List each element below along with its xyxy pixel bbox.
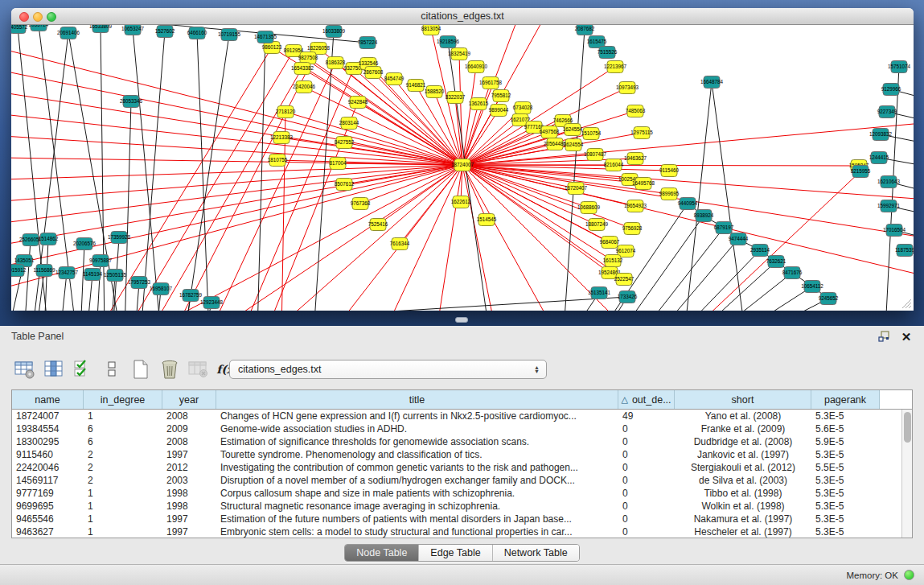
tab-node-table[interactable]: Node Table xyxy=(345,545,418,561)
graph-node[interactable]: 1362615 xyxy=(469,98,489,110)
graph-node[interactable]: 7616344 xyxy=(390,238,410,250)
graph-node[interactable]: 16543382 xyxy=(291,63,314,75)
table-row[interactable]: 1830029562008Estimation of significance … xyxy=(12,435,912,448)
graph-node[interactable]: 8427552 xyxy=(335,137,355,149)
graph-node[interactable]: 19654923 xyxy=(624,200,647,212)
column-header-title[interactable]: title xyxy=(216,390,618,409)
graph-node[interactable]: 7857224 xyxy=(358,37,378,49)
graph-node[interactable]: 8186328 xyxy=(326,57,346,69)
graph-node[interactable]: 16782759 xyxy=(179,290,203,302)
graph-node[interactable]: 1624554 xyxy=(563,124,583,136)
citation-edge-black[interactable] xyxy=(24,240,31,311)
graph-node[interactable]: 16033809 xyxy=(322,26,346,38)
delete-column-icon[interactable] xyxy=(187,357,211,381)
network-canvas[interactable]: 1872400798601238912954182260589827508165… xyxy=(11,25,914,311)
graph-node[interactable]: 18807249 xyxy=(585,219,609,231)
graph-node[interactable]: 16961758 xyxy=(479,77,503,89)
graph-node[interactable]: 18724007 xyxy=(451,159,474,171)
citation-edge-black[interactable] xyxy=(197,33,209,311)
graph-node[interactable]: 6466160 xyxy=(187,27,207,39)
citation-edge-black[interactable] xyxy=(684,262,776,311)
graph-node[interactable]: 8813054 xyxy=(421,25,441,35)
graph-node[interactable]: 817004 xyxy=(329,158,347,170)
graph-node[interactable]: 17957253 xyxy=(128,277,151,289)
graph-node[interactable]: 8471676 xyxy=(782,267,803,279)
column-header-pagerank[interactable]: pagerank xyxy=(811,390,880,409)
graph-node[interactable]: 1622612 xyxy=(451,196,471,208)
graph-node[interactable]: 16640910 xyxy=(465,61,488,73)
graph-node[interactable]: 16533809 xyxy=(89,25,113,33)
graph-node[interactable]: 28053346 xyxy=(120,96,143,108)
graph-node[interactable]: 8215955 xyxy=(851,166,871,178)
table-row[interactable]: 969969511998Structural magnetic resonanc… xyxy=(12,500,912,513)
citation-edge-red[interactable] xyxy=(11,133,462,165)
close-panel-icon[interactable]: ✕ xyxy=(898,329,914,344)
graph-node[interactable]: 1510754 xyxy=(581,128,602,140)
column-header-name[interactable]: name xyxy=(12,390,84,409)
citation-edge-red[interactable] xyxy=(11,165,462,181)
graph-node[interactable]: 16958107 xyxy=(150,283,173,295)
citation-edge-red[interactable] xyxy=(462,67,476,165)
graph-node[interactable]: 9115460 xyxy=(659,165,680,177)
graph-node[interactable]: 12923448 xyxy=(200,297,224,309)
graph-node[interactable]: 18325419 xyxy=(448,48,471,60)
citation-edge-black[interactable] xyxy=(684,82,712,311)
resize-grip-icon[interactable] xyxy=(899,296,912,309)
column-header-short[interactable]: short xyxy=(675,390,811,409)
table-row[interactable]: 977716911998Corpus callosum shape and si… xyxy=(12,487,912,500)
graph-node[interactable]: 2867608 xyxy=(363,67,384,79)
graph-node[interactable]: 10654112 xyxy=(801,281,823,293)
graph-node[interactable]: 1810755 xyxy=(268,154,288,167)
vertical-scrollbar[interactable] xyxy=(901,410,912,538)
graph-node[interactable]: 9899695 xyxy=(659,188,680,200)
select-columns-icon[interactable] xyxy=(71,357,95,381)
show-columns-icon[interactable] xyxy=(42,357,66,381)
graph-node[interactable]: 3624554 xyxy=(564,139,584,151)
graph-node[interactable]: 6879197 xyxy=(714,222,734,234)
graph-node[interactable]: 10688609 xyxy=(577,202,601,214)
graph-node[interactable]: 1244415 xyxy=(869,152,889,164)
memory-ok-indicator[interactable] xyxy=(904,570,914,580)
close-traffic-light[interactable] xyxy=(19,12,29,22)
split-pane-handle[interactable] xyxy=(455,317,468,323)
graph-node[interactable]: 9242848 xyxy=(348,97,368,109)
graph-node[interactable]: 1527602 xyxy=(155,26,175,38)
graph-node[interactable]: 12213967 xyxy=(604,61,627,73)
scrollbar-thumb[interactable] xyxy=(904,412,911,443)
float-panel-icon[interactable] xyxy=(876,329,892,344)
graph-node[interactable]: 20206576 xyxy=(73,238,97,250)
graph-node[interactable]: 8322037 xyxy=(446,92,466,104)
graph-node[interactable]: 9245652 xyxy=(819,293,839,305)
graph-node[interactable]: 2087682 xyxy=(575,25,595,35)
graph-node[interactable]: 19218596 xyxy=(437,36,460,48)
graph-node[interactable]: 14671355 xyxy=(254,31,277,43)
graph-node[interactable]: 6497568 xyxy=(540,126,560,138)
graph-node[interactable]: 1514862 xyxy=(39,233,59,245)
citation-edge-black[interactable] xyxy=(720,286,812,311)
graph-node[interactable]: 7515526 xyxy=(598,47,618,59)
table-row[interactable]: 1456911722003Disruption of a novel membe… xyxy=(12,474,912,487)
column-header-year[interactable]: year xyxy=(162,390,216,409)
graph-node[interactable]: 2055724 xyxy=(29,25,49,31)
citation-edge-red[interactable] xyxy=(462,165,914,201)
citation-edge-red[interactable] xyxy=(462,165,859,166)
graph-node[interactable]: 90975887 xyxy=(89,255,113,267)
graph-node[interactable]: 12093832 xyxy=(869,129,893,141)
graph-node[interactable]: 17359928 xyxy=(108,232,131,244)
graph-node[interactable]: 8507612 xyxy=(335,179,355,191)
graph-node[interactable]: 1588520 xyxy=(425,86,445,98)
citation-edge-red[interactable] xyxy=(11,165,462,205)
column-header-out-de-[interactable]: △out_de... xyxy=(618,390,675,409)
citation-edge-red[interactable] xyxy=(378,165,462,311)
new-table-icon[interactable] xyxy=(129,357,153,381)
graph-node[interactable]: 12342757 xyxy=(55,267,79,279)
citation-edge-red[interactable] xyxy=(209,63,335,311)
graph-node[interactable]: 12975115 xyxy=(630,127,653,139)
graph-node[interactable]: 17016504 xyxy=(883,225,906,237)
table-row[interactable]: 1872400712008Changes of HCN gene express… xyxy=(12,410,912,422)
graph-node[interactable]: 9440954 xyxy=(678,198,698,210)
table-row[interactable]: 946362711997Embryonic stem cells: a mode… xyxy=(12,525,912,538)
graph-node[interactable]: 22420046 xyxy=(293,81,316,93)
graph-node[interactable]: 16648784 xyxy=(700,76,724,89)
graph-node[interactable]: 19463627 xyxy=(624,153,647,165)
